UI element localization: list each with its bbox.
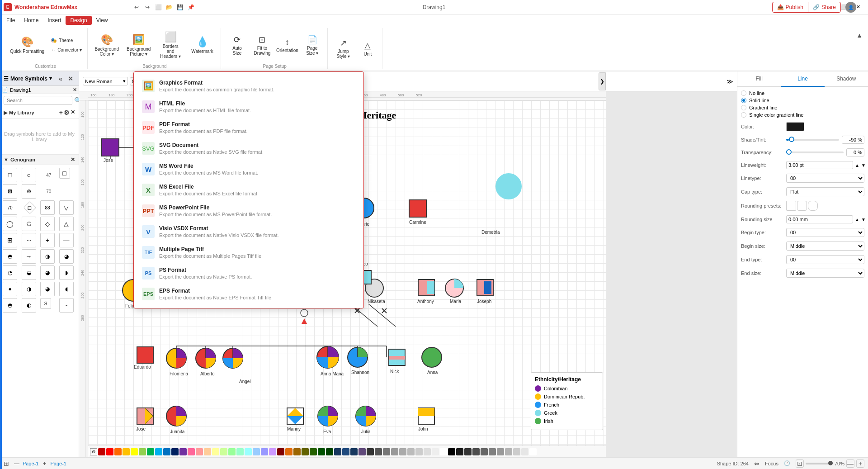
background-color-btn[interactable]: 🎨 BackgroundColor ▾ <box>92 32 121 58</box>
no-color-btn[interactable]: ⊘ <box>90 448 97 455</box>
palette-color-ffcc99[interactable] <box>204 448 211 455</box>
palette-color-b3b3b3[interactable] <box>505 448 512 455</box>
palette-color-eeeeee[interactable] <box>432 448 439 455</box>
unit-btn[interactable]: △ Unit <box>357 39 378 58</box>
rounding-up[interactable]: ▲ <box>855 217 859 222</box>
gen-x[interactable]: ⊞ <box>3 233 17 247</box>
palette-color-002060[interactable] <box>171 448 179 455</box>
share-button[interactable]: 🔗 Share <box>808 3 840 12</box>
palette-color-99ffff[interactable] <box>245 448 252 455</box>
palette-color-ff6699[interactable] <box>188 448 195 455</box>
quick-formatting-btn[interactable]: 🎨 Quick Formatting <box>7 34 47 56</box>
gen-small-rect[interactable]: 88 <box>40 200 55 215</box>
palette-color-99ccff[interactable] <box>253 448 260 455</box>
page-size-btn[interactable]: 📄 PageSize ▾ <box>301 33 324 57</box>
open-btn[interactable]: 📂 <box>164 2 174 12</box>
rounding-preset-2[interactable] <box>797 201 807 211</box>
palette-color-60497a[interactable] <box>359 448 366 455</box>
gen-top-half[interactable]: ◓ <box>3 298 17 313</box>
rounding-down[interactable]: ▼ <box>861 217 866 222</box>
gen-semicircle[interactable]: ◓ <box>3 249 17 264</box>
focus-label[interactable]: Focus <box>765 461 778 466</box>
palette-color-cc99ff[interactable] <box>269 448 276 455</box>
connector-btn[interactable]: ↔ Connector ▾ <box>49 46 84 53</box>
export-excel[interactable]: X MS Excel File Export the document as M… <box>134 180 363 200</box>
palette-color-e6e6e6[interactable] <box>521 448 528 455</box>
palette-color-808080[interactable] <box>489 448 496 455</box>
gen-small-s[interactable]: S <box>40 298 51 309</box>
palette-color-256100[interactable] <box>310 448 317 455</box>
palette-color-616100[interactable] <box>302 448 309 455</box>
zoom-plus-btn[interactable]: + <box>856 460 864 468</box>
gen-circle2[interactable]: 70 <box>3 200 17 215</box>
palette-color-666666[interactable] <box>481 448 488 455</box>
shade-slider[interactable] <box>786 139 839 141</box>
color-swatch[interactable] <box>786 122 804 131</box>
right-panel-toggle[interactable]: ❯ <box>599 71 606 91</box>
genogram-expand-icon[interactable]: ▼ <box>4 157 9 162</box>
menu-file[interactable]: File <box>2 16 19 25</box>
jump-style-btn[interactable]: ↗ JumpStyle ▾ <box>332 36 354 61</box>
gen-empty[interactable] <box>59 184 74 199</box>
export-pdf[interactable]: PDF PDF Format Export the document as PD… <box>134 117 363 138</box>
rounding-size-input[interactable] <box>786 215 853 223</box>
gen-diamond2[interactable]: ◇ <box>40 217 55 231</box>
gen-cross[interactable]: + <box>40 233 55 247</box>
gen-pie3[interactable]: ◕ <box>40 265 55 280</box>
palette-color-bbbbbb[interactable] <box>407 448 415 455</box>
theme-btn[interactable]: 🎭 Theme <box>49 37 84 44</box>
palette-color-ffc000[interactable] <box>123 448 130 455</box>
drawing-close[interactable]: ✕ <box>73 87 77 93</box>
palette-color-99ff99[interactable] <box>228 448 236 455</box>
gen-zigzag[interactable]: ~ <box>59 298 74 313</box>
palette-color-7030a0[interactable] <box>179 448 187 455</box>
transparency-value[interactable] <box>846 148 864 156</box>
end-size-select[interactable]: Middle <box>786 269 864 278</box>
gen-circle-empty[interactable]: ◯ <box>3 217 17 231</box>
palette-color-ffffff[interactable] <box>440 448 447 455</box>
palette-color-1f497d[interactable] <box>342 448 349 455</box>
zoom-slider[interactable] <box>806 463 833 464</box>
fit-to-drawing-btn[interactable]: ⊡ Fit toDrawing <box>250 33 274 57</box>
cap-type-select[interactable]: Flat <box>786 187 864 196</box>
palette-color-333333[interactable] <box>464 448 472 455</box>
genogram-close-btn[interactable]: ✕ <box>71 156 75 163</box>
menu-design[interactable]: Design <box>66 16 91 25</box>
tab-fill[interactable]: Fill <box>737 71 781 87</box>
symbols-expand-icon[interactable]: ☰ <box>4 76 9 82</box>
close-library-btn[interactable]: ✕ <box>71 109 75 116</box>
drawing1-tab[interactable]: 📄 Drawing1 ✕ <box>0 86 79 94</box>
gen-pie1[interactable]: ◔ <box>3 265 17 280</box>
palette-color-000000[interactable] <box>448 448 455 455</box>
gen-pentagon[interactable]: ⬠ <box>22 217 36 231</box>
watermark-btn[interactable]: 💧 Watermark <box>188 34 217 56</box>
palette-color-ff9999[interactable] <box>196 448 203 455</box>
font-select[interactable]: New Roman ▾ <box>83 77 128 85</box>
palette-color-004200[interactable] <box>326 448 333 455</box>
gen-dots[interactable]: ⋯ <box>22 233 36 247</box>
gen-arrow[interactable]: → <box>22 249 36 264</box>
tab-shadow[interactable]: Shadow <box>825 71 868 87</box>
export-graphics[interactable]: 🖼️ Graphics Format Export the document a… <box>134 76 363 96</box>
begin-type-select[interactable]: 00 <box>786 228 864 237</box>
gen-filled-circle[interactable]: ● <box>3 282 17 296</box>
lineweight-up[interactable]: ▲ <box>855 163 859 168</box>
export-powerpoint[interactable]: PPT MS PowerPoint File Export the docume… <box>134 200 363 221</box>
palette-color-555555[interactable] <box>375 448 382 455</box>
layout-btn[interactable]: ⊞ <box>4 460 9 467</box>
expand-btn[interactable]: ≫ <box>726 78 733 85</box>
orientation-btn[interactable]: ↕ Orientation <box>276 36 299 55</box>
palette-color-e26b0a[interactable] <box>285 448 292 455</box>
palette-color-92d050[interactable] <box>139 448 146 455</box>
gen-rect-small[interactable]: □ <box>59 168 70 179</box>
gen-halfcircle[interactable]: ◑ <box>40 249 55 264</box>
gen-diag[interactable]: ◐ <box>22 298 36 313</box>
export-visio[interactable]: V Visio VSDX Format Export the document … <box>134 221 363 242</box>
gen-square[interactable]: □ <box>3 168 17 182</box>
linetype-select[interactable]: 00 <box>786 174 864 183</box>
lineweight-input[interactable] <box>786 161 853 169</box>
palette-color-4d4d4d[interactable] <box>472 448 480 455</box>
shade-value[interactable] <box>842 136 864 144</box>
rounding-preset-1[interactable] <box>786 201 796 211</box>
palette-color-aaaaaa[interactable] <box>399 448 406 455</box>
